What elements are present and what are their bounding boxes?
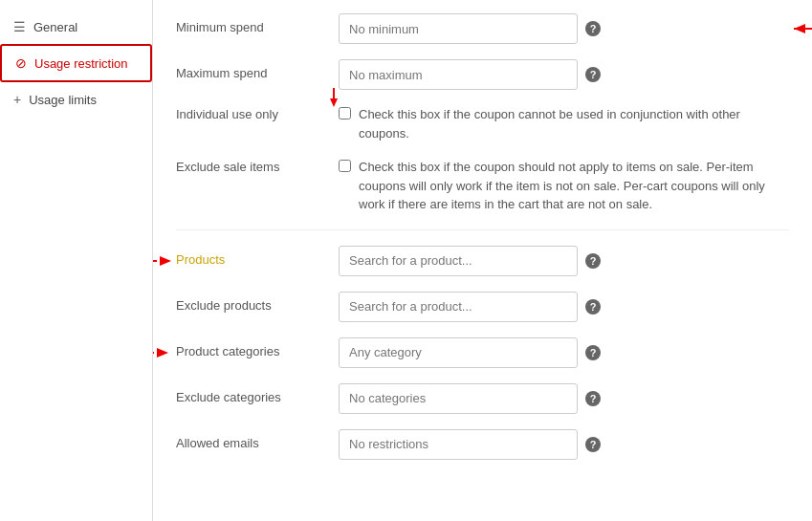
product-categories-arrow xyxy=(153,343,171,362)
products-label: Products xyxy=(176,246,339,267)
minimum-spend-label: Minimum spend xyxy=(176,13,339,34)
exclude-categories-input[interactable] xyxy=(339,383,578,414)
limits-icon: + xyxy=(13,92,21,107)
sidebar-item-usage-limits-label: Usage limits xyxy=(29,93,97,107)
minimum-spend-input[interactable] xyxy=(339,13,578,44)
product-categories-label: Product categories xyxy=(176,337,339,358)
svg-marker-7 xyxy=(157,348,168,358)
allowed-emails-help-icon[interactable]: ? xyxy=(585,437,601,452)
maximum-spend-input[interactable] xyxy=(339,59,578,90)
svg-marker-1 xyxy=(794,24,805,33)
individual-use-description: Check this box if the coupon cannot be u… xyxy=(359,105,789,142)
exclude-categories-controls: ? xyxy=(339,383,789,414)
divider xyxy=(176,229,789,230)
product-categories-help-icon[interactable]: ? xyxy=(585,345,601,360)
exclude-products-row: Exclude products ? xyxy=(176,292,789,322)
product-categories-row: Product categories ? xyxy=(176,337,789,368)
individual-use-label: Individual use only xyxy=(176,105,339,121)
main-content: Minimum spend ? Maximum spend ? xyxy=(153,0,812,521)
exclude-categories-row: Exclude categories ? xyxy=(176,383,789,414)
sidebar: ☰ General ⊘ Usage restriction + Usage li… xyxy=(0,0,153,521)
exclude-sale-description: Check this box if the coupon should not … xyxy=(359,158,789,214)
exclude-sale-checkbox[interactable] xyxy=(339,160,351,172)
maximum-spend-controls: ? xyxy=(339,59,789,90)
svg-marker-5 xyxy=(160,256,171,266)
minimum-spend-row: Minimum spend ? xyxy=(176,13,789,44)
allowed-emails-input[interactable] xyxy=(339,429,578,460)
exclude-products-help-icon[interactable]: ? xyxy=(585,299,601,315)
sidebar-item-usage-limits[interactable]: + Usage limits xyxy=(0,82,152,117)
sidebar-item-usage-restriction-label: Usage restriction xyxy=(34,56,128,71)
exclude-categories-help-icon[interactable]: ? xyxy=(585,391,601,406)
sidebar-item-general[interactable]: ☰ General xyxy=(0,10,152,44)
minimum-spend-controls: ? xyxy=(339,13,789,44)
minimum-spend-help-icon[interactable]: ? xyxy=(585,21,601,36)
products-search-input[interactable] xyxy=(339,246,578,276)
restriction-icon: ⊘ xyxy=(15,55,27,71)
general-icon: ☰ xyxy=(13,19,26,34)
product-categories-input[interactable] xyxy=(339,337,578,368)
exclude-sale-label: Exclude sale items xyxy=(176,158,339,174)
maximum-spend-down-arrow xyxy=(327,88,340,107)
exclude-sale-row: Exclude sale items Check this box if the… xyxy=(176,158,789,214)
products-arrow xyxy=(153,251,171,271)
maximum-spend-row: Maximum spend ? xyxy=(176,59,789,90)
allowed-emails-row: Allowed emails ? xyxy=(176,429,789,460)
exclude-sale-content: Check this box if the coupon should not … xyxy=(339,158,789,214)
product-categories-controls: ? xyxy=(339,337,789,368)
maximum-spend-help-icon[interactable]: ? xyxy=(585,67,601,82)
individual-use-checkbox[interactable] xyxy=(339,107,351,119)
products-row: Products ? xyxy=(176,246,789,276)
minimum-spend-arrow xyxy=(794,19,812,38)
sidebar-item-general-label: General xyxy=(33,20,77,34)
allowed-emails-controls: ? xyxy=(339,429,789,460)
products-controls: ? xyxy=(339,246,789,276)
page-container: ☰ General ⊘ Usage restriction + Usage li… xyxy=(0,0,812,521)
maximum-spend-label: Maximum spend xyxy=(176,59,339,80)
exclude-categories-label: Exclude categories xyxy=(176,383,339,404)
exclude-products-search-input[interactable] xyxy=(339,292,578,322)
individual-use-content: Check this box if the coupon cannot be u… xyxy=(339,105,789,142)
exclude-products-controls: ? xyxy=(339,292,789,322)
allowed-emails-label: Allowed emails xyxy=(176,429,339,450)
individual-use-row: Individual use only Check this box if th… xyxy=(176,105,789,142)
products-help-icon[interactable]: ? xyxy=(585,253,601,269)
sidebar-item-usage-restriction[interactable]: ⊘ Usage restriction xyxy=(0,44,152,82)
svg-marker-3 xyxy=(330,98,338,107)
exclude-products-label: Exclude products xyxy=(176,292,339,313)
